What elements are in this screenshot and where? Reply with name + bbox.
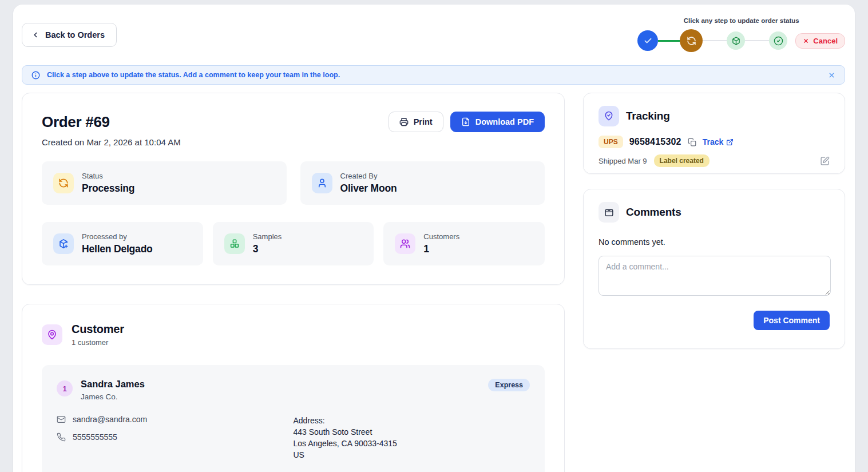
tracking-card: Tracking UPS 9658415302 Track Shipped Ma… [583, 93, 845, 174]
package-plus-icon [53, 233, 74, 254]
print-button[interactable]: Print [389, 112, 443, 132]
stat-processed-by: Processed by Hellen Delgado [42, 222, 203, 265]
address-line: Los Angeles, CA 90033-4315 [294, 438, 530, 449]
customer-index-avatar: 1 [57, 380, 73, 396]
banner-close-icon[interactable] [828, 72, 835, 79]
customer-phone-row: 5555555555 [57, 433, 294, 442]
user-icon [312, 173, 332, 193]
stat-samples: Samples 3 [213, 222, 374, 265]
stat-label: Samples [253, 232, 282, 241]
cancel-order-button[interactable]: Cancel [795, 33, 845, 49]
order-created-line: Created on Mar 2, 2026 at 10:04 AM [42, 137, 545, 147]
shipping-method-badge: Express [488, 379, 530, 391]
print-label: Print [414, 117, 433, 126]
customer-name: Sandra James [81, 379, 145, 390]
copy-icon[interactable] [688, 138, 696, 146]
users-icon [395, 233, 415, 254]
printer-icon [399, 117, 409, 126]
stat-value: Processing [82, 183, 134, 195]
tracking-title: Tracking [626, 110, 670, 122]
address-line: 443 South Soto Street [294, 426, 530, 438]
customer-email: sandra@sandra.com [73, 415, 147, 424]
map-pin-icon [42, 324, 62, 345]
customer-company: James Co. [81, 392, 145, 401]
info-icon [31, 71, 40, 80]
step-connector-done [658, 40, 680, 42]
download-pdf-button[interactable]: Download PDF [450, 112, 545, 132]
customer-card: Customer 1 customer 1 Sandra James James… [22, 304, 565, 472]
post-comment-button[interactable]: Post Comment [754, 311, 830, 330]
stat-status: Status Processing [42, 161, 287, 205]
package-icon [732, 37, 740, 45]
check-circle-icon [774, 36, 783, 46]
customer-count: 1 customer [72, 338, 124, 347]
file-download-icon [461, 117, 470, 126]
tracking-number: 9658415302 [629, 137, 681, 147]
step-processing[interactable] [680, 29, 703, 52]
x-icon [803, 38, 809, 44]
comments-title: Comments [626, 206, 681, 219]
comment-input[interactable] [599, 256, 831, 296]
customer-section-title: Customer [72, 323, 124, 336]
banner-text: Click a step above to update the status.… [47, 71, 821, 79]
address-line: US [294, 449, 530, 461]
stat-value: Oliver Moon [340, 183, 397, 195]
stat-created-by: Created By Oliver Moon [300, 161, 545, 205]
main-container: Back to Orders Click any step to update … [13, 5, 855, 472]
step-created[interactable] [637, 30, 658, 51]
refresh-icon [687, 36, 696, 46]
stat-value: 3 [253, 243, 282, 255]
back-to-orders-label: Back to Orders [45, 30, 105, 39]
edit-icon[interactable] [820, 156, 830, 166]
cancel-label: Cancel [813, 37, 838, 45]
info-banner: Click a step above to update the status.… [22, 65, 845, 85]
stat-customers: Customers 1 [383, 222, 545, 265]
step-delivered[interactable] [769, 31, 787, 50]
customer-address-block: Address: 443 South Soto Street Los Angel… [294, 415, 530, 461]
order-status-stepper: Click any step to update order status [637, 17, 845, 52]
tracking-status-badge: Label created [654, 154, 710, 167]
stat-value: Hellen Delgado [82, 243, 153, 255]
check-icon [644, 37, 652, 45]
order-summary-card: Order #69 Print Download PDF Created on … [22, 93, 565, 285]
step-shipped[interactable] [727, 31, 745, 50]
order-title: Order #69 [42, 112, 110, 132]
carrier-badge: UPS [599, 136, 623, 148]
refresh-icon [53, 173, 74, 193]
map-pin-check-icon [599, 106, 619, 126]
step-connector [745, 40, 769, 41]
stepper-hint: Click any step to update order status [637, 17, 845, 24]
track-link[interactable]: Track [703, 137, 734, 146]
comments-empty-state: No comments yet. [599, 237, 830, 247]
stat-label: Status [82, 172, 134, 180]
customer-phone: 5555555555 [73, 433, 117, 442]
download-pdf-label: Download PDF [475, 117, 534, 126]
stat-label: Created By [340, 172, 397, 180]
external-link-icon [726, 138, 734, 146]
mail-icon [57, 415, 66, 424]
back-to-orders-button[interactable]: Back to Orders [22, 23, 117, 47]
customer-email-row: sandra@sandra.com [57, 415, 294, 424]
step-connector [703, 40, 727, 41]
phone-icon [57, 433, 66, 442]
shipped-date: Shipped Mar 9 [599, 157, 647, 165]
track-link-label: Track [703, 137, 724, 146]
comments-card: Comments No comments yet. Post Comment [583, 189, 845, 349]
chevron-left-icon [31, 31, 39, 39]
stat-label: Customers [423, 232, 459, 241]
comments-icon [599, 202, 619, 223]
stat-value: 1 [423, 243, 459, 255]
address-label: Address: [294, 415, 530, 426]
boxes-icon [224, 233, 245, 254]
stat-label: Processed by [82, 232, 153, 241]
customer-item: 1 Sandra James James Co. Express sandra@… [42, 365, 545, 472]
